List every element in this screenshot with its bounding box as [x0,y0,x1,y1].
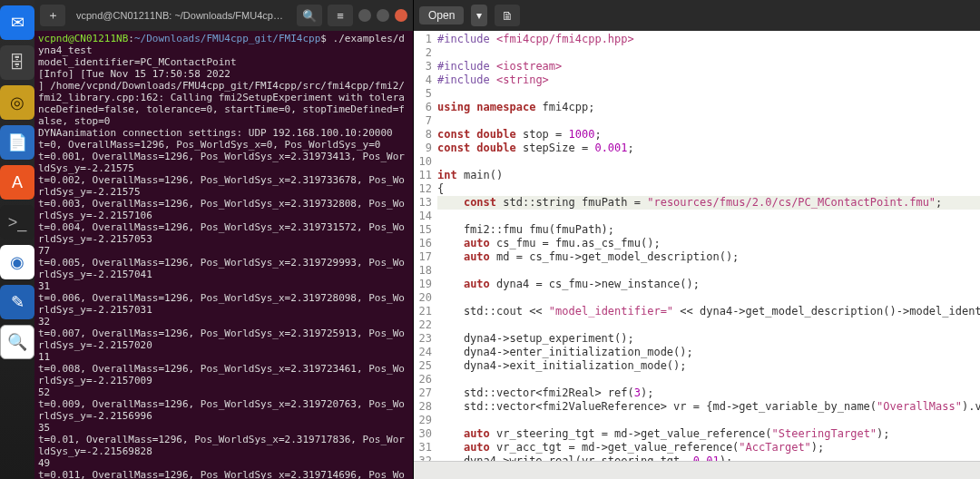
new-tab-button[interactable]: ＋ [40,5,65,26]
code-line[interactable]: const std::string fmuPath = "resources/f… [437,196,980,210]
code-line[interactable] [437,318,980,332]
code-editor[interactable]: 1234567891011121314151617181920212223242… [414,31,980,461]
editor-statusbar: C++ ▾ Tab Width: 8 ▾ [414,461,980,479]
editor-window: Open ▾ 🗎 dyna4_test.cpp ~/Downloads/FMU4… [414,0,980,479]
minimize-button[interactable] [358,9,371,22]
code-line[interactable]: const double stepSize = 0.001; [437,142,980,155]
menu-icon[interactable]: ≡ [328,5,353,26]
dock: ✉🗄◎📄A>_◉✎🔍 [0,0,34,479]
code-line[interactable]: std::cout << "model_identifier=" << dyna… [437,305,980,318]
libreoffice-writer-icon[interactable]: 📄 [0,125,34,160]
ubuntu-software-icon[interactable]: A [0,165,34,200]
code-line[interactable] [437,46,980,60]
rhythmbox-icon[interactable]: ◎ [0,85,34,120]
code-line[interactable]: auto md = cs_fmu->get_model_description(… [437,250,980,264]
magnifier-icon[interactable]: 🔍 [0,325,34,359]
code-line[interactable] [437,291,980,305]
network-icon[interactable]: ◉ [0,245,34,279]
terminal-titlebar: ＋ vcpnd@CN01211NB: ~/Downloads/FMU4cpp_g… [34,0,413,31]
code-line[interactable]: std::vector<fmi2ValueReference> vr = {md… [437,400,980,414]
editor-title: dyna4_test.cpp [527,5,980,17]
code-line[interactable]: const double stop = 1000; [437,128,980,142]
code-line[interactable]: std::vector<fmi2Real> ref(3); [437,386,980,400]
search-icon[interactable]: 🔍 [297,5,322,26]
code-line[interactable] [437,210,980,223]
files-icon[interactable]: 🗄 [0,45,34,80]
terminal-window: ＋ vcpnd@CN01211NB: ~/Downloads/FMU4cpp_g… [34,0,414,479]
code-line[interactable]: auto dyna4 = cs_fmu->new_instance(); [437,278,980,291]
code-line[interactable]: auto vr_acc_tgt = md->get_value_referenc… [437,441,980,455]
code-line[interactable]: auto vr_steering_tgt = md->get_value_ref… [437,427,980,441]
editor-titlebar: Open ▾ 🗎 dyna4_test.cpp ~/Downloads/FMU4… [414,0,980,31]
editor-subtitle: ~/Downloads/FMU4cpp_git/FMI4cpp/examples [527,17,980,27]
code-line[interactable]: #include <iostream> [437,60,980,73]
code-line[interactable]: dyna4->write_real(vr_steering_tgt, 0.01)… [437,455,980,461]
code-line[interactable]: auto cs_fmu = fmu.as_cs_fmu(); [437,237,980,250]
line-number-gutter: 1234567891011121314151617181920212223242… [414,31,436,461]
code-line[interactable]: fmi2::fmu fmu(fmuPath); [437,223,980,237]
code-line[interactable] [437,414,980,427]
code-line[interactable]: dyna4->enter_initialization_mode(); [437,346,980,359]
thunderbird-icon[interactable]: ✉ [0,5,34,40]
open-button-label: Open [428,9,455,22]
code-line[interactable]: #include <string> [437,73,980,87]
code-line[interactable]: { [437,182,980,196]
code-line[interactable] [437,155,980,169]
code-line[interactable] [437,87,980,101]
open-dropdown-icon[interactable]: ▾ [471,5,487,26]
new-document-button[interactable]: 🗎 [495,5,520,26]
code-line[interactable] [437,114,980,128]
code-line[interactable]: #include <fmi4cpp/fmi4cpp.hpp> [437,33,980,46]
code-line[interactable] [437,264,980,278]
text-editor-icon[interactable]: ✎ [0,285,34,319]
close-button[interactable] [395,9,407,22]
code-line[interactable] [437,373,980,386]
code-line[interactable]: dyna4->exit_initialization_mode(); [437,359,980,373]
code-area[interactable]: #include <fmi4cpp/fmi4cpp.hpp> #include … [436,31,980,461]
maximize-button[interactable] [377,9,389,22]
code-line[interactable]: int main() [437,169,980,182]
terminal-output[interactable]: vcpnd@CN01211NB:~/Downloads/FMU4cpp_git/… [34,31,413,479]
terminal-icon[interactable]: >_ [0,205,34,240]
code-line[interactable]: dyna4->setup_experiment(); [437,332,980,346]
open-button[interactable]: Open [419,6,464,24]
code-line[interactable]: using namespace fmi4cpp; [437,101,980,114]
terminal-title: vcpnd@CN01211NB: ~/Downloads/FMU4cpp_git… [73,10,289,21]
